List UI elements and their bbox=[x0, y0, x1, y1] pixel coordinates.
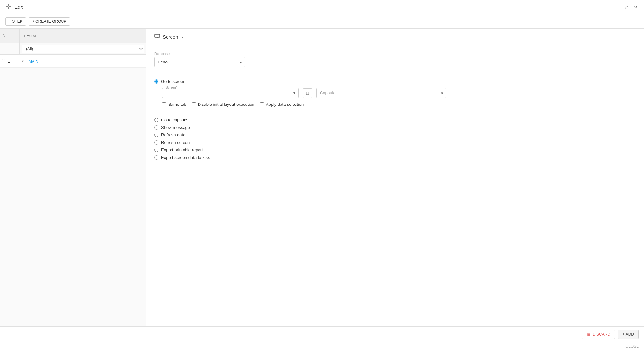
screen-header: Screen ∨ bbox=[146, 29, 644, 45]
same-tab-label: Same tab bbox=[168, 102, 186, 107]
left-panel: N ↑ Action (All) Main bbox=[0, 29, 146, 326]
radio-option-2[interactable]: Refresh data bbox=[154, 133, 636, 137]
close-label: CLOSE bbox=[625, 343, 639, 349]
databases-field-group: Databases Echo bbox=[154, 52, 636, 67]
screen-icon bbox=[154, 34, 160, 40]
step-button[interactable]: + STEP bbox=[5, 17, 26, 26]
radio-option-4[interactable]: Export printable report bbox=[154, 147, 636, 152]
drag-handle-icon[interactable]: ⠿ bbox=[0, 59, 7, 63]
trash-icon: 🗑 bbox=[587, 332, 591, 337]
radio-label-4: Export printable report bbox=[161, 147, 203, 152]
modal-header: Edit ⤢ ✕ bbox=[0, 0, 644, 14]
filter-n-cell bbox=[0, 43, 20, 54]
screen-field-label-text: Screen* bbox=[165, 86, 178, 89]
radio-label-1: Show message bbox=[161, 125, 190, 130]
row-number: 1 bbox=[7, 59, 20, 63]
modal-title: Edit bbox=[5, 3, 23, 11]
radio-options-container: Go to capsuleShow messageRefresh dataRef… bbox=[154, 118, 636, 160]
header-actions: ⤢ ✕ bbox=[623, 3, 639, 11]
action-filter-select[interactable]: (All) Main bbox=[22, 45, 144, 53]
screen-chevron-icon[interactable]: ∨ bbox=[181, 35, 184, 39]
radio-option-5[interactable]: Export screen data to xlsx bbox=[154, 155, 636, 160]
filter-row: (All) Main bbox=[0, 43, 146, 55]
radio-option-1[interactable]: Show message bbox=[154, 125, 636, 130]
create-group-button[interactable]: + CREATE GROUP bbox=[29, 17, 70, 26]
screen-field-select[interactable] bbox=[162, 88, 298, 98]
right-content: Databases Echo Go to screen bbox=[146, 45, 644, 326]
radio-input-1[interactable] bbox=[154, 125, 158, 130]
checkbox-row: Same tab Disable initial layout executio… bbox=[162, 102, 636, 107]
bottom-bar: CLOSE bbox=[0, 342, 644, 350]
svg-rect-4 bbox=[155, 34, 160, 37]
svg-rect-3 bbox=[9, 7, 11, 9]
radio-label-0: Go to capsule bbox=[161, 118, 187, 122]
go-to-screen-radio[interactable] bbox=[154, 79, 158, 84]
apply-data-label: Apply data selection bbox=[266, 102, 304, 107]
divider-1 bbox=[154, 74, 636, 74]
databases-label: Databases bbox=[154, 52, 636, 56]
left-panel-header: N ↑ Action bbox=[0, 29, 146, 43]
radio-input-4[interactable] bbox=[154, 148, 158, 152]
add-button[interactable]: + ADD bbox=[618, 330, 639, 339]
disable-layout-checkbox[interactable] bbox=[192, 102, 196, 106]
divider-2 bbox=[154, 112, 636, 112]
databases-select-wrapper: Echo bbox=[154, 57, 245, 67]
radio-input-3[interactable] bbox=[154, 140, 158, 145]
square-icon: □ bbox=[306, 91, 309, 96]
expand-row-icon[interactable]: ▾ bbox=[20, 59, 26, 63]
svg-rect-0 bbox=[6, 4, 8, 6]
radio-label-3: Refresh screen bbox=[161, 140, 190, 145]
go-to-screen-option[interactable]: Go to screen bbox=[154, 79, 636, 84]
modal-footer: 🗑 DISCARD + ADD bbox=[0, 326, 644, 342]
toolbar: + STEP + CREATE GROUP bbox=[0, 14, 644, 29]
radio-input-0[interactable] bbox=[154, 118, 158, 122]
screen-square-button[interactable]: □ bbox=[303, 88, 312, 98]
screen-title-text: Screen bbox=[163, 34, 178, 40]
svg-rect-1 bbox=[9, 4, 11, 6]
radio-input-2[interactable] bbox=[154, 133, 158, 137]
radio-label-5: Export screen data to xlsx bbox=[161, 155, 210, 160]
same-tab-checkbox[interactable] bbox=[162, 102, 166, 106]
disable-layout-label: Disable initial layout execution bbox=[198, 102, 254, 107]
capsule-wrapper: Capsule bbox=[316, 88, 446, 98]
edit-icon bbox=[5, 3, 12, 11]
expand-button[interactable]: ⤢ bbox=[623, 3, 630, 11]
radio-label-2: Refresh data bbox=[161, 133, 185, 137]
same-tab-option[interactable]: Same tab bbox=[162, 102, 186, 107]
apply-data-option[interactable]: Apply data selection bbox=[260, 102, 304, 107]
close-button[interactable]: ✕ bbox=[632, 3, 639, 11]
sort-up-icon: ↑ bbox=[23, 34, 25, 38]
right-panel: Screen ∨ Databases Echo bbox=[146, 29, 644, 326]
footer-right: 🗑 DISCARD + ADD bbox=[582, 330, 639, 339]
discard-button[interactable]: 🗑 DISCARD bbox=[582, 330, 615, 339]
disable-layout-option[interactable]: Disable initial layout execution bbox=[192, 102, 254, 107]
databases-select[interactable]: Echo bbox=[154, 57, 245, 67]
screen-field-row: Screen* ▾ □ bbox=[162, 88, 636, 98]
svg-rect-2 bbox=[6, 7, 8, 9]
modal-title-text: Edit bbox=[14, 4, 23, 10]
screen-field-container: Screen* ▾ bbox=[162, 88, 299, 98]
radio-option-3[interactable]: Refresh screen bbox=[154, 140, 636, 145]
row-label[interactable]: MAIN bbox=[26, 59, 146, 63]
go-to-screen-label: Go to screen bbox=[161, 79, 185, 84]
apply-data-checkbox[interactable] bbox=[260, 102, 264, 106]
filter-action-cell[interactable]: (All) Main bbox=[20, 45, 146, 53]
main-content: N ↑ Action (All) Main bbox=[0, 29, 644, 326]
col-action-header: ↑ Action bbox=[20, 29, 146, 43]
radio-input-5[interactable] bbox=[154, 155, 158, 160]
screen-input-wrapper: Screen* ▾ bbox=[162, 88, 299, 98]
list-row: ⠿ 1 ▾ MAIN bbox=[0, 55, 146, 68]
radio-option-0[interactable]: Go to capsule bbox=[154, 118, 636, 122]
col-n-header: N bbox=[0, 29, 20, 43]
capsule-select[interactable]: Capsule bbox=[316, 88, 446, 98]
